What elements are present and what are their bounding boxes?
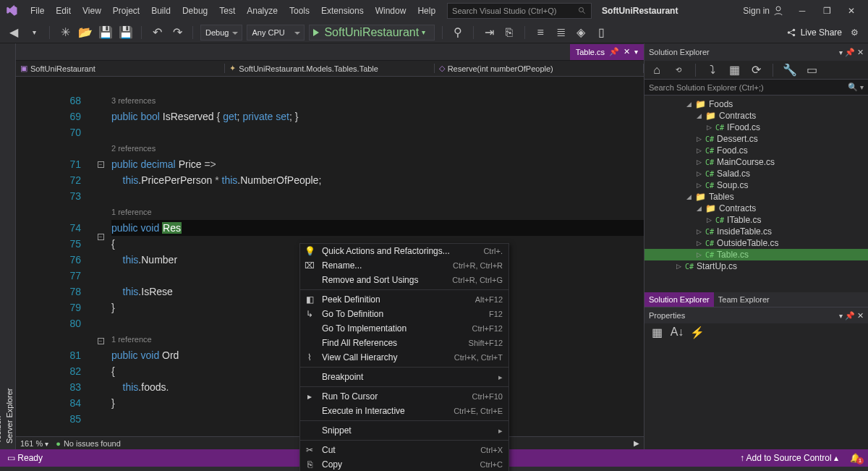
- ctx-rename-[interactable]: ⌧Rename...Ctrl+R, Ctrl+R: [300, 258, 509, 273]
- ctx-view-call-hierarchy[interactable]: ⌇View Call HierarchyCtrl+K, Ctrl+T: [300, 350, 509, 365]
- minimize-button[interactable]: ─: [790, 6, 814, 16]
- fold-icon[interactable]: −: [98, 161, 104, 168]
- sort-az-icon[interactable]: A↓: [669, 324, 685, 340]
- ctx-run-to-cursor[interactable]: ▸Run To CursorCtrl+F10: [300, 389, 509, 404]
- team-explorer-tab[interactable]: Team Explorer: [714, 292, 774, 307]
- outdent-icon[interactable]: ≣: [553, 25, 569, 41]
- notifications-icon[interactable]: 🔔: [850, 453, 861, 463]
- codelens-refs[interactable]: 3 references: [111, 93, 644, 109]
- tree-node[interactable]: ▷C#MainCourse.cs: [644, 156, 868, 168]
- menu-extensions[interactable]: Extensions: [315, 6, 370, 16]
- step-into-icon[interactable]: ⇥: [481, 25, 497, 41]
- menu-test[interactable]: Test: [213, 6, 241, 16]
- scroll-right-icon[interactable]: ▶: [634, 439, 639, 447]
- nav-class[interactable]: ✦SoftUniRestaurant.Models.Tables.Table: [225, 64, 434, 73]
- tree-node[interactable]: ▷C#OutsideTable.cs: [644, 237, 868, 249]
- menu-view[interactable]: View: [77, 6, 107, 16]
- tree-node[interactable]: ▷C#Salad.cs: [644, 168, 868, 179]
- menu-help[interactable]: Help: [412, 6, 441, 16]
- home-icon[interactable]: ⌂: [649, 62, 665, 78]
- save-all-icon[interactable]: 💾: [118, 25, 134, 41]
- close-tab-icon[interactable]: ✕: [624, 47, 630, 56]
- panel-menu-icon[interactable]: ▾: [839, 48, 843, 56]
- tree-node[interactable]: ▷C#Dessert.cs: [644, 133, 868, 145]
- properties-icon[interactable]: 🔧: [782, 62, 798, 78]
- menu-window[interactable]: Window: [370, 6, 412, 16]
- refresh-icon[interactable]: ⟳: [748, 62, 764, 78]
- new-project-icon[interactable]: ✳: [57, 25, 73, 41]
- toolbox-tab[interactable]: Toolbox: [0, 48, 4, 449]
- ctx-copy[interactable]: ⎘CopyCtrl+C: [300, 457, 509, 471]
- quick-search-input[interactable]: Search Visual Studio (Ctrl+Q): [447, 3, 592, 19]
- solution-explorer-tab[interactable]: Solution Explorer: [644, 292, 714, 307]
- tree-node[interactable]: ▷C#Soup.cs: [644, 179, 868, 191]
- tab-dropdown-icon[interactable]: ▾: [634, 48, 638, 56]
- menu-build[interactable]: Build: [145, 6, 176, 16]
- close-panel-icon[interactable]: ✕: [857, 48, 864, 56]
- ctx-find-all-references[interactable]: Find All ReferencesShift+F12: [300, 336, 509, 350]
- menu-file[interactable]: File: [25, 6, 50, 16]
- pin-icon[interactable]: 📌: [609, 47, 619, 56]
- nav-back-icon[interactable]: ◀: [6, 25, 22, 41]
- sync-icon[interactable]: ⟲: [671, 62, 686, 78]
- live-share-button[interactable]: Live Share ⚙: [786, 25, 862, 41]
- comment-icon[interactable]: ▯: [593, 25, 609, 41]
- codelens-refs[interactable]: 1 reference: [111, 204, 644, 220]
- menu-project[interactable]: Project: [107, 6, 145, 16]
- collapse-icon[interactable]: ⤵: [705, 62, 720, 78]
- step-over-icon[interactable]: ⎘: [501, 25, 517, 41]
- tree-node[interactable]: ▷C#Food.cs: [644, 145, 868, 156]
- nav-project[interactable]: ▣SoftUniRestaurant: [16, 64, 225, 73]
- nav-member[interactable]: ◇Reserve(int numberOfPeople): [435, 64, 644, 73]
- maximize-button[interactable]: ❐: [814, 6, 839, 16]
- nav-fwd-icon[interactable]: ▾: [26, 25, 42, 41]
- config-selector[interactable]: Debug: [200, 25, 242, 41]
- ctx-cut[interactable]: ✂CutCtrl+X: [300, 443, 509, 457]
- sign-in-button[interactable]: Sign in: [737, 5, 790, 17]
- start-debug-button[interactable]: SoftUniRestaurant ▾: [309, 25, 435, 41]
- ctx-remove-and-sort-usings[interactable]: Remove and Sort UsingsCtrl+R, Ctrl+G: [300, 273, 509, 287]
- tree-node[interactable]: ▷C#Table.cs: [644, 249, 868, 260]
- tree-node[interactable]: ◢📁Tables: [644, 191, 868, 203]
- open-file-icon[interactable]: 📂: [77, 25, 93, 41]
- source-control-button[interactable]: ↑ Add to Source Control ▴: [740, 453, 838, 463]
- ctx-snippet[interactable]: Snippet: [300, 423, 509, 438]
- events-icon[interactable]: ⚡: [689, 324, 705, 340]
- document-tab[interactable]: Table.cs 📌 ✕ ▾: [570, 44, 644, 60]
- tree-node[interactable]: ▷C#IFood.cs: [644, 122, 868, 133]
- preview-icon[interactable]: ▭: [804, 62, 820, 78]
- solution-tree[interactable]: ◢📁Foods◢📁Contracts▷C#IFood.cs▷C#Dessert.…: [644, 96, 868, 292]
- tree-node[interactable]: ◢📁Contracts: [644, 110, 868, 122]
- platform-selector[interactable]: Any CPU: [247, 25, 305, 41]
- ctx-quick-actions-and-refactorings-[interactable]: 💡Quick Actions and Refactorings...Ctrl+.: [300, 244, 509, 258]
- redo-icon[interactable]: ↷: [169, 25, 185, 41]
- codelens-refs[interactable]: 2 references: [111, 140, 644, 156]
- pin-icon[interactable]: 📌: [845, 48, 855, 56]
- tree-node[interactable]: ▷C#InsideTable.cs: [644, 226, 868, 237]
- fold-icon[interactable]: −: [98, 234, 104, 240]
- undo-icon[interactable]: ↶: [149, 25, 165, 41]
- save-icon[interactable]: 💾: [98, 25, 114, 41]
- server-explorer-tab[interactable]: Server Explorer: [4, 48, 15, 449]
- menu-tools[interactable]: Tools: [284, 6, 315, 16]
- liveshare-settings-icon[interactable]: ⚙: [846, 25, 862, 41]
- ctx-execute-in-interactive[interactable]: Execute in InteractiveCtrl+E, Ctrl+E: [300, 404, 509, 418]
- close-button[interactable]: ✕: [839, 6, 864, 16]
- menu-debug[interactable]: Debug: [176, 6, 213, 16]
- zoom-level[interactable]: 161 % ▾: [20, 439, 48, 448]
- tree-node[interactable]: ◢📁Foods: [644, 98, 868, 110]
- categorize-icon[interactable]: ▦: [649, 324, 665, 340]
- menu-analyze[interactable]: Analyze: [241, 6, 284, 16]
- menu-edit[interactable]: Edit: [50, 6, 77, 16]
- ctx-peek-definition[interactable]: ◧Peek DefinitionAlt+F12: [300, 292, 509, 307]
- tree-node[interactable]: ▷C#StartUp.cs: [644, 260, 868, 272]
- fold-icon[interactable]: −: [98, 338, 104, 344]
- tree-node[interactable]: ▷C#ITable.cs: [644, 214, 868, 226]
- ctx-go-to-implementation[interactable]: Go To ImplementationCtrl+F12: [300, 321, 509, 336]
- indent-icon[interactable]: ≡: [532, 25, 548, 41]
- error-status[interactable]: ●No issues found: [56, 439, 121, 448]
- ctx-breakpoint[interactable]: Breakpoint: [300, 370, 509, 384]
- show-all-icon[interactable]: ▦: [726, 62, 742, 78]
- bookmark-icon[interactable]: ◈: [573, 25, 589, 41]
- explorer-search[interactable]: Search Solution Explorer (Ctrl+;) 🔍 ▾: [644, 80, 868, 96]
